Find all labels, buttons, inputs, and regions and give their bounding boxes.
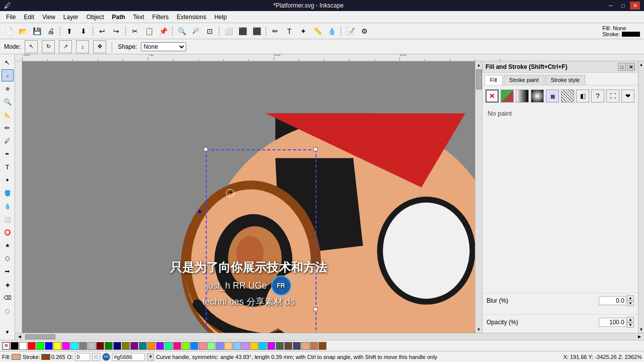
print-button[interactable]: 🖨 bbox=[44, 25, 57, 38]
h-scroll-right[interactable]: ▶ bbox=[636, 334, 643, 340]
menu-text[interactable]: Text bbox=[129, 13, 148, 22]
no-paint-button[interactable]: ✕ bbox=[486, 89, 499, 103]
stroke-color-swatch[interactable] bbox=[41, 354, 50, 360]
mode-btn-5[interactable]: ✥ bbox=[93, 40, 106, 53]
select-tool[interactable]: ↖ bbox=[2, 56, 14, 68]
palette-color[interactable] bbox=[250, 342, 258, 350]
palette-color[interactable] bbox=[96, 342, 104, 350]
opacity-down[interactable]: ▼ bbox=[627, 322, 634, 328]
palette-color[interactable] bbox=[45, 342, 53, 350]
h-scroll-thumb[interactable] bbox=[25, 334, 55, 339]
text-button[interactable]: T bbox=[283, 25, 296, 38]
control-handle-bl[interactable] bbox=[204, 332, 208, 333]
palette-color[interactable] bbox=[36, 342, 44, 350]
gradient-tool[interactable]: ◈ bbox=[2, 279, 14, 291]
menu-help[interactable]: Help bbox=[210, 13, 231, 22]
rect-tool[interactable]: ⬜ bbox=[2, 213, 14, 225]
palette-color[interactable] bbox=[28, 342, 36, 350]
zoom-out-button[interactable]: 🔎 bbox=[189, 25, 202, 38]
pen-tool[interactable]: 🖊 bbox=[2, 135, 14, 147]
palette-color[interactable] bbox=[122, 342, 130, 350]
redo-button[interactable]: ↪ bbox=[110, 25, 123, 38]
palette-color[interactable] bbox=[113, 342, 121, 350]
menu-filters[interactable]: Filters bbox=[148, 13, 173, 22]
r-scroll-up[interactable]: ▲ bbox=[638, 61, 644, 68]
align-button[interactable]: ⬛ bbox=[250, 25, 263, 38]
menu-object[interactable]: Object bbox=[83, 13, 108, 22]
palette-color[interactable] bbox=[259, 342, 267, 350]
minimize-button[interactable]: ─ bbox=[606, 2, 616, 10]
fill-tool[interactable]: 🪣 bbox=[2, 187, 14, 199]
tab-stroke-paint[interactable]: Stroke paint bbox=[504, 75, 544, 85]
star-tool[interactable]: ★ bbox=[2, 239, 14, 251]
dropper-button[interactable]: 💧 bbox=[325, 25, 338, 38]
shape-select[interactable]: None Triangle Square bbox=[141, 42, 186, 51]
calligraphy-tool[interactable]: ✒ bbox=[2, 148, 14, 160]
menu-view[interactable]: View bbox=[38, 13, 59, 22]
radial-gradient-button[interactable] bbox=[531, 89, 544, 103]
menu-file[interactable]: File bbox=[2, 13, 20, 22]
panel-resize-button[interactable]: □ bbox=[618, 63, 626, 71]
tab-stroke-style[interactable]: Stroke style bbox=[545, 75, 585, 85]
palette-color[interactable] bbox=[276, 342, 284, 350]
palette-color[interactable] bbox=[70, 342, 78, 350]
r-scroll-down[interactable]: ▼ bbox=[638, 326, 644, 333]
maximize-button[interactable]: □ bbox=[618, 2, 628, 10]
palette-color[interactable] bbox=[156, 342, 164, 350]
mode-btn-4[interactable]: ↕ bbox=[76, 40, 89, 53]
pencil-tool[interactable]: ✏ bbox=[2, 122, 14, 134]
palette-color[interactable] bbox=[105, 342, 113, 350]
palette-color[interactable] bbox=[293, 342, 301, 350]
h-scroll-left[interactable]: ◀ bbox=[16, 334, 23, 340]
tab-fill[interactable]: Fill bbox=[485, 75, 503, 85]
mode-btn-3[interactable]: ↗ bbox=[59, 40, 72, 53]
panel-close-button[interactable]: ✕ bbox=[627, 63, 635, 71]
blur-up[interactable]: ▲ bbox=[627, 295, 634, 301]
menu-edit[interactable]: Edit bbox=[20, 13, 38, 22]
expand-tool[interactable]: ▼ bbox=[2, 326, 14, 338]
new-button[interactable]: 📄 bbox=[2, 25, 15, 38]
open-button[interactable]: 📂 bbox=[16, 25, 29, 38]
control-handle-tr[interactable] bbox=[313, 147, 317, 151]
palette-color[interactable] bbox=[242, 342, 250, 350]
hex-dropdown[interactable]: ▼ bbox=[147, 353, 154, 361]
import-button[interactable]: ⬆ bbox=[63, 25, 76, 38]
nodes-button[interactable]: ⬛ bbox=[236, 25, 249, 38]
control-handle-tl[interactable] bbox=[204, 147, 208, 151]
measure-tool[interactable]: 📐 bbox=[2, 109, 14, 121]
blur-down[interactable]: ▼ bbox=[627, 301, 634, 306]
menu-extensions[interactable]: Extensions bbox=[173, 13, 210, 22]
palette-color[interactable] bbox=[318, 342, 327, 350]
node-editor-button[interactable]: ✏ bbox=[269, 25, 282, 38]
zoom-tool[interactable]: 🔍 bbox=[2, 96, 14, 108]
3d-tool[interactable]: ⬡ bbox=[2, 252, 14, 264]
palette-color[interactable] bbox=[19, 342, 27, 350]
paint-server-button1[interactable]: ⛶ bbox=[606, 89, 619, 103]
opacity-input[interactable] bbox=[599, 318, 626, 327]
swatch-button[interactable]: ◧ bbox=[576, 89, 589, 103]
menu-path[interactable]: Path bbox=[108, 13, 129, 22]
unknown-paint-button[interactable]: ? bbox=[591, 89, 604, 103]
palette-color[interactable] bbox=[79, 342, 87, 350]
palette-color[interactable] bbox=[182, 342, 190, 350]
undo-button[interactable]: ↩ bbox=[96, 25, 109, 38]
palette-color[interactable] bbox=[165, 342, 173, 350]
mode-btn-1[interactable]: ↖ bbox=[25, 40, 38, 53]
save-button[interactable]: 💾 bbox=[30, 25, 43, 38]
circle-tool[interactable]: ⭕ bbox=[2, 226, 14, 238]
canvas-wrapper[interactable]: + 只是为了向你展示技术和方法 just bbox=[22, 61, 475, 333]
palette-color[interactable] bbox=[190, 342, 198, 350]
linear-gradient-button[interactable] bbox=[516, 89, 529, 103]
palette-color[interactable] bbox=[147, 342, 155, 350]
v-scroll-down[interactable]: ▼ bbox=[475, 326, 482, 333]
node-tool[interactable]: ⬦ bbox=[2, 69, 14, 81]
v-scroll-up[interactable]: ▲ bbox=[475, 61, 482, 68]
transform-button[interactable]: ⬜ bbox=[222, 25, 235, 38]
opacity-up[interactable]: ▲ bbox=[627, 317, 634, 322]
close-button[interactable]: ✕ bbox=[630, 2, 640, 10]
v-scrollbar[interactable]: ▲ ▼ bbox=[475, 61, 482, 333]
palette-color[interactable] bbox=[224, 342, 232, 350]
xml-button[interactable]: 📝 bbox=[344, 25, 357, 38]
cut-button[interactable]: ✂ bbox=[128, 25, 141, 38]
palette-color[interactable] bbox=[216, 342, 224, 350]
